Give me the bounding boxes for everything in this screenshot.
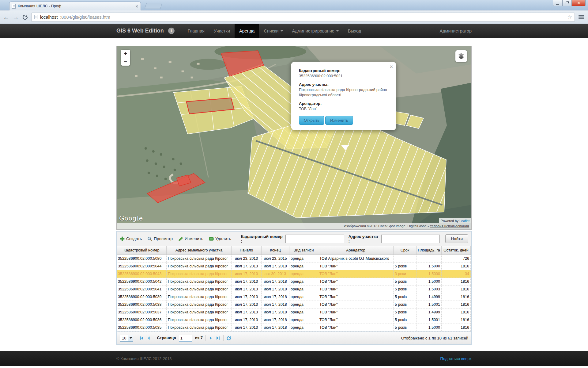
- table-cell: Покровська сільська рада Кіровог: [167, 263, 232, 270]
- edit-button[interactable]: Изменить: [178, 236, 203, 241]
- browser-tab[interactable]: Компания ШЕЛС - Проф ×: [9, 2, 141, 10]
- table-row[interactable]: 3522586900:02:000:5042Покровська сільськ…: [117, 278, 471, 286]
- view-button[interactable]: Просмотр: [147, 236, 173, 241]
- url-bar[interactable]: localhost:8084/gis/gis6/leases.htm ☆: [31, 13, 575, 22]
- column-header[interactable]: Вид записи: [289, 246, 318, 255]
- column-header[interactable]: Площадь, га: [417, 246, 442, 255]
- reload-icon[interactable]: [22, 14, 28, 20]
- copyright-text: © Компания ШЕЛС 2012-2013: [116, 356, 172, 361]
- table-cell: 3522586900:02:000:5080: [117, 255, 167, 262]
- table-cell: июл 17, 2018: [262, 316, 289, 324]
- plus-icon: [120, 236, 125, 241]
- table-row[interactable]: 3522586900:02:000:5041Покровська сільськ…: [117, 286, 471, 293]
- zoom-in-button[interactable]: +: [121, 50, 130, 58]
- popup-edit-button[interactable]: Изменить: [325, 116, 353, 125]
- popup-tail: [341, 145, 349, 150]
- table-cell: 1.5000: [417, 278, 442, 285]
- page-footer: © Компания ШЕЛС 2012-2013 Подняться ввер…: [0, 351, 588, 366]
- table-cell: 1.5000: [417, 270, 442, 278]
- nav-item-administrirovanie[interactable]: Администрирование: [288, 24, 343, 38]
- prev-page-button[interactable]: [146, 336, 151, 340]
- column-header[interactable]: Конец: [262, 246, 289, 255]
- first-page-button[interactable]: [139, 336, 144, 340]
- table-row[interactable]: 3522586900:02:000:5039Покровська сільськ…: [117, 293, 471, 301]
- pencil-icon: [178, 236, 183, 241]
- nav-item-arenda[interactable]: Аренда: [235, 24, 259, 38]
- table-cell: Покровська сільська рада Кіровог: [167, 286, 232, 293]
- table-cell: июл 17, 2013: [232, 324, 262, 331]
- find-button[interactable]: Найти: [445, 234, 468, 243]
- table-cell: оренда: [289, 255, 318, 262]
- next-page-icon: [209, 336, 213, 340]
- prev-page-icon: [146, 336, 151, 340]
- column-header[interactable]: Срок: [394, 246, 417, 255]
- table-cell: Покровська сільська рада Кіровог: [167, 301, 232, 308]
- new-tab-button[interactable]: [145, 3, 162, 9]
- next-page-button[interactable]: [209, 336, 213, 340]
- imagery-credit: Изображения ©2013 Cnes/Spot Image, Digit…: [344, 224, 430, 228]
- table-cell: Покровська сільська рада Кіровог: [167, 293, 232, 301]
- column-header[interactable]: Начало: [232, 246, 262, 255]
- window-close-button[interactable]: ×: [572, 0, 586, 6]
- table-cell: Покровська сільська рада Кіровог: [167, 278, 232, 285]
- window-maximize-button[interactable]: [562, 0, 572, 6]
- table-cell: июл 17, 2018: [262, 301, 289, 308]
- last-page-button[interactable]: [216, 336, 221, 340]
- google-logo: Google: [119, 215, 143, 222]
- table-row[interactable]: 3522586900:02:000:5038Покровська сільськ…: [117, 301, 471, 309]
- layers-control[interactable]: [455, 50, 467, 62]
- nav-item-spiski[interactable]: Списки: [259, 24, 287, 38]
- nav-item-vyhod[interactable]: Выход: [343, 24, 366, 38]
- table-cell: июл 17, 2013: [232, 301, 262, 308]
- window-minimize-button[interactable]: [553, 0, 562, 6]
- page-size-select[interactable]: 10: [120, 335, 133, 342]
- table-cell: 1.5001: [417, 301, 442, 308]
- address-input[interactable]: [381, 235, 440, 243]
- forward-icon[interactable]: →: [13, 14, 19, 20]
- map[interactable]: + − Google Powered by Leaflet Изображени…: [116, 46, 472, 230]
- zoom-out-button[interactable]: −: [121, 58, 130, 66]
- table-cell: оренда: [289, 324, 318, 331]
- table-cell: Покровська сільська рада Кіровог: [167, 255, 232, 262]
- table-cell: оренда: [289, 278, 318, 285]
- records-status: Отображено с 1 по 10 из 61 записей: [401, 336, 468, 340]
- table-row[interactable]: 3522586900:02:000:5037Покровська сільськ…: [117, 309, 471, 316]
- table-row[interactable]: 3522586900:02:000:5036Покровська сільськ…: [117, 316, 471, 324]
- tab-close-icon[interactable]: ×: [135, 4, 138, 9]
- table-cell: 3522586900:02:000:5042: [117, 278, 167, 285]
- column-header[interactable]: Арендатор: [318, 246, 394, 255]
- scroll-top-link[interactable]: Подняться вверх: [440, 356, 472, 361]
- column-header[interactable]: Кадастровый номер: [117, 246, 167, 255]
- notification-badge: 1: [168, 28, 175, 34]
- select-arrow-icon[interactable]: [128, 335, 133, 341]
- url-host: localhost: [40, 15, 58, 20]
- nav-item-glavnaya[interactable]: Главная: [183, 24, 209, 38]
- table-cell: 5 років: [394, 324, 417, 331]
- column-header[interactable]: Остаток, дней: [442, 246, 471, 255]
- create-button[interactable]: Создать: [120, 236, 142, 241]
- table-cell: июл 23, 2015: [262, 255, 289, 262]
- nav-item-label: Списки: [264, 29, 278, 33]
- column-header[interactable]: Адрес земельного участка: [167, 246, 232, 255]
- table-row-selected[interactable]: 3522586900:02:000:5043Покровська сільськ…: [117, 270, 471, 278]
- table-cell: июл 17, 2013: [232, 309, 262, 316]
- browser-toolbar: ← → localhost:8084/gis/gis6/leases.htm ☆: [0, 10, 588, 24]
- table-row[interactable]: 3522586900:02:000:5080Покровська сільськ…: [117, 255, 471, 263]
- cadastral-number-input[interactable]: [285, 235, 344, 243]
- page-number-input[interactable]: [179, 335, 192, 342]
- popup-open-button[interactable]: Открыть: [299, 116, 324, 125]
- table-row[interactable]: 3522586900:02:000:5035Покровська сільськ…: [117, 324, 471, 332]
- leaflet-link[interactable]: Leaflet: [459, 219, 469, 223]
- refresh-button[interactable]: [226, 336, 231, 341]
- back-icon[interactable]: ←: [3, 14, 9, 20]
- browser-menu-icon[interactable]: [578, 13, 585, 21]
- nav-item-uchastki[interactable]: Участки: [209, 24, 235, 38]
- table-row[interactable]: 3522586900:02:000:5044Покровська сільськ…: [117, 263, 471, 270]
- table-cell: Покровська сільська рада Кіровог: [167, 316, 232, 324]
- delete-button[interactable]: Удалить: [209, 236, 231, 241]
- terms-of-use-link[interactable]: Условия использования: [430, 224, 469, 228]
- table-cell: июл 17, 2010: [232, 270, 262, 278]
- bookmark-star-icon[interactable]: ☆: [567, 14, 572, 20]
- table-cell: 3522586900:02:000:5039: [117, 293, 167, 301]
- popup-close-icon[interactable]: ×: [390, 64, 393, 70]
